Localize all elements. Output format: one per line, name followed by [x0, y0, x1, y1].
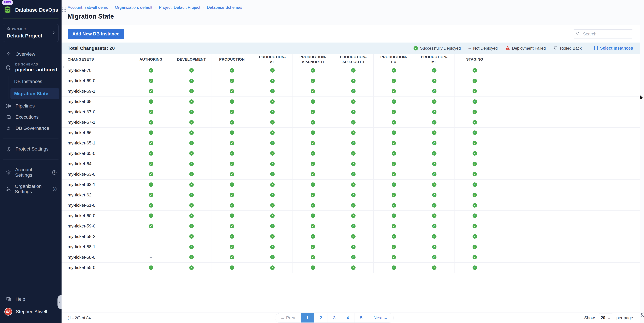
deployed-check-icon: ✓	[311, 255, 315, 259]
user-name: Stephen Atwell	[16, 309, 47, 314]
deployed-check-icon: ✓	[472, 234, 477, 239]
deployed-check-icon: ✓	[189, 79, 194, 83]
app-grid-icon[interactable]	[61, 7, 67, 13]
status-cell: ✓	[454, 117, 495, 128]
executions-icon	[6, 115, 12, 120]
sidebar-item-db-instances[interactable]: DB Instances	[8, 76, 62, 87]
deployed-check-icon: ✓	[189, 213, 194, 218]
page-size-select[interactable]: 20 ⌄	[598, 313, 614, 322]
status-cell: ✓	[374, 190, 414, 200]
deployed-check-icon: ✓	[432, 99, 436, 104]
status-cell: ✓	[414, 221, 454, 231]
status-cell: ✓	[414, 97, 454, 107]
deployed-check-icon: ✓	[230, 79, 234, 83]
breadcrumb-database-schemas[interactable]: Database Schemas	[207, 5, 242, 10]
deployed-check-icon: ✓	[432, 182, 436, 187]
status-cell: ✓	[212, 159, 252, 169]
status-cell: ✓	[212, 76, 252, 86]
page-button[interactable]: 5	[355, 313, 368, 322]
breadcrumb-account[interactable]: Account: satwell-demo	[68, 5, 108, 10]
deployed-check-icon: ✓	[230, 99, 234, 104]
deployed-check-icon: ✓	[392, 79, 396, 83]
sidebar-item-overview[interactable]: Overview	[0, 49, 62, 60]
svg-text:?: ?	[8, 298, 8, 299]
sidebar-item-executions[interactable]: Executions	[0, 112, 62, 123]
not-deployed-dash: –	[150, 244, 152, 249]
changeset-name: my-ticket-63-1	[62, 180, 131, 190]
search-box[interactable]	[573, 29, 633, 39]
deployed-check-icon: ✓	[230, 182, 234, 187]
project-selector[interactable]: PROJECT Default Project	[3, 24, 58, 42]
breadcrumb-organization[interactable]: Organization: default	[115, 5, 152, 10]
header-filler	[495, 54, 640, 65]
row-filler	[495, 252, 640, 262]
deployed-check-icon: ✓	[270, 99, 275, 104]
sidebar-item-label: Pipelines	[16, 103, 35, 109]
deployed-check-icon: ✓	[311, 151, 315, 156]
legend-rolled-back: Rolled Back	[554, 46, 582, 51]
page-button[interactable]: 2	[314, 313, 328, 322]
deployed-check-icon: ✓	[149, 193, 153, 197]
next-page-button[interactable]: Next →	[368, 313, 394, 322]
support-chat-icon[interactable]	[641, 310, 644, 319]
deployed-check-icon: ✓	[230, 224, 234, 228]
status-cell: ✓	[171, 148, 212, 159]
deployed-check-icon: ✓	[230, 203, 234, 208]
sidebar-item-db-governance[interactable]: DB Governance	[0, 123, 62, 134]
sidebar-item-db-schemas[interactable]: DB SCHEMAS pipeline_authored	[0, 60, 62, 76]
status-cell: ✓	[454, 169, 495, 179]
search-input[interactable]	[583, 31, 630, 37]
status-cell: ✓	[414, 180, 454, 190]
status-cell: ✓	[454, 190, 495, 200]
deployed-check-icon: ✓	[392, 203, 396, 208]
status-cell: ✓	[292, 190, 333, 200]
sidebar-item-migration-state[interactable]: Migration State	[10, 88, 59, 99]
changeset-name: my-ticket-64	[62, 159, 131, 169]
page-button[interactable]: 4	[341, 313, 355, 322]
user-menu[interactable]: SA Stephen Atwell	[0, 305, 62, 318]
page-button[interactable]: 1	[301, 313, 314, 322]
deployed-check-icon: ✓	[270, 89, 275, 93]
page-button[interactable]: 3	[328, 313, 341, 322]
row-filler	[495, 128, 640, 138]
sidebar-item-project-settings[interactable]: Project Settings	[0, 143, 62, 155]
status-cell: ✓	[131, 76, 171, 86]
status-cell: ✓	[171, 128, 212, 138]
status-cell: ✓	[414, 65, 454, 76]
deployed-check-icon: ✓	[472, 224, 477, 228]
sidebar-item-pipelines[interactable]: Pipelines	[0, 100, 62, 112]
status-cell: ✓	[212, 117, 252, 128]
failed-warning-icon	[506, 46, 510, 51]
deployed-check-icon: ✓	[149, 110, 153, 114]
changeset-name: my-ticket-70	[62, 65, 131, 76]
status-cell: ✓	[212, 211, 252, 221]
deployed-check-icon: ✓	[351, 68, 356, 73]
info-icon: i	[52, 170, 56, 175]
prev-page-button[interactable]: ← Prev	[275, 313, 301, 322]
status-cell: ✓	[454, 86, 495, 96]
sidebar-item-organization-settings[interactable]: Organization Settings i	[0, 181, 62, 197]
status-cell: ✓	[454, 180, 495, 190]
deployed-check-icon: ✓	[189, 203, 194, 208]
status-cell: ✓	[454, 231, 495, 242]
breadcrumb-project[interactable]: Project: Default Project	[159, 5, 200, 10]
deployed-check-icon: ✓	[230, 234, 234, 239]
deployed-check-icon: ✓	[230, 172, 234, 176]
deployed-check-icon: ✓	[432, 130, 436, 135]
breadcrumb-separator: ›	[155, 5, 156, 10]
table-row: my-ticket-58-2–✓✓✓✓✓✓✓✓	[62, 231, 640, 242]
row-filler	[495, 76, 640, 86]
deployed-check-icon: ✓	[149, 162, 153, 166]
add-db-instance-button[interactable]: Add New DB Instance	[68, 29, 124, 39]
sidebar-collapse-handle[interactable]	[58, 295, 62, 309]
status-cell: ✓	[292, 263, 333, 273]
deployed-check-icon: ✓	[270, 234, 275, 239]
status-cell: ✓	[171, 200, 212, 211]
sidebar-item-account-settings[interactable]: Account Settings i	[0, 164, 62, 181]
status-cell: ✓	[252, 231, 292, 242]
deployed-check-icon: ✓	[392, 182, 396, 187]
select-instances-button[interactable]: Select Instances	[594, 46, 633, 51]
deployed-check-icon: ✓	[311, 130, 315, 135]
org-chart-icon	[6, 186, 11, 192]
sidebar-item-help[interactable]: ? Help	[0, 294, 62, 305]
